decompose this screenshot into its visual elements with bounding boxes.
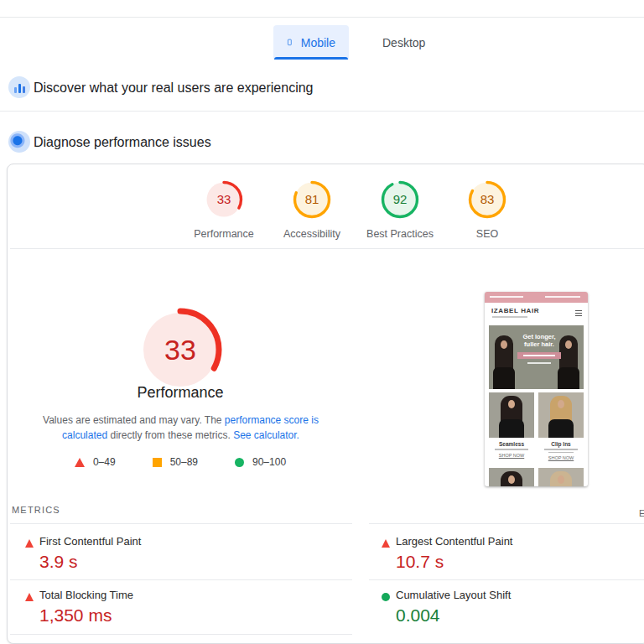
thumb-brand-tagline <box>492 316 527 318</box>
thumb-hero-button <box>517 352 561 359</box>
metric-name: First Contentful Paint <box>39 535 141 548</box>
metric-value: 10.7 s <box>396 552 444 572</box>
thumb-model-left <box>493 335 515 389</box>
thumb-product-grid: Seamless SHOP NOW Clip Ins SHOP NOW <box>489 392 584 460</box>
metric-largest-contentful-paint: Largest Contentful Paint 10.7 s <box>382 535 644 577</box>
performance-big-score: 33 <box>137 306 224 393</box>
legend-fail-range: 0–49 <box>93 456 116 468</box>
legend-item-pass: 90–100 <box>235 456 286 468</box>
thumb-hero-banner: Get longer, fuller hair. <box>489 325 584 389</box>
performance-panel-title: Performance <box>0 384 361 402</box>
gauge-performance-score: 33 <box>204 179 244 220</box>
metric-value: 1,350 ms <box>39 605 112 626</box>
performance-description: Values are estimated and may vary. The p… <box>23 413 338 443</box>
legend-item-fail: 0–49 <box>75 456 116 468</box>
metric-first-contentful-paint: First Contentful Paint 3.9 s <box>25 535 302 577</box>
fail-triangle-icon <box>382 539 390 548</box>
average-square-icon <box>153 458 162 467</box>
metrics-divider <box>369 579 644 580</box>
tab-mobile[interactable]: Mobile <box>273 25 349 60</box>
thumb-hero-line2: fuller hair. <box>516 341 563 349</box>
tab-mobile-label: Mobile <box>301 36 335 49</box>
score-legend: 0–49 50–89 90–100 <box>0 456 361 468</box>
discover-section-title: Discover what your real users are experi… <box>34 80 313 96</box>
diagnose-section-title: Diagnose performance issues <box>34 135 211 150</box>
gauge-seo[interactable]: 83 SEO <box>449 179 525 240</box>
fail-triangle-icon <box>25 539 34 548</box>
fail-triangle-icon <box>75 458 85 467</box>
browser-header-bar <box>0 0 644 18</box>
thumb-product-seamless: Seamless SHOP NOW <box>489 392 534 460</box>
thumb-site-header: IZABEL HAIR <box>485 303 588 325</box>
legend-item-average: 50–89 <box>153 456 198 468</box>
tab-desktop-label: Desktop <box>382 36 425 49</box>
metric-value: 3.9 s <box>39 552 78 572</box>
mobile-phone-icon <box>287 35 293 49</box>
thumb-product2-name: Clip Ins <box>538 441 584 447</box>
metric-name: Largest Contentful Paint <box>396 535 512 548</box>
thumb-announcement-bar <box>485 292 588 303</box>
gauge-accessibility-score: 81 <box>292 179 332 220</box>
thumb-product-clipins: Clip Ins SHOP NOW <box>538 392 584 460</box>
gauge-performance[interactable]: 33 Performance <box>186 179 262 240</box>
metrics-divider <box>369 523 644 524</box>
page-screenshot-thumbnail[interactable]: IZABEL HAIR Get longer, fuller hair. Sea… <box>485 292 588 486</box>
metric-value: 0.004 <box>396 605 440 626</box>
thumb-hero-link <box>527 362 551 364</box>
legend-average-range: 50–89 <box>170 456 198 468</box>
thumb-product2-cta: SHOP NOW <box>538 455 584 460</box>
gauge-accessibility-label: Accessibility <box>274 228 350 240</box>
expand-view-button[interactable]: E <box>639 508 644 518</box>
metric-total-blocking-time: Total Blocking Time 1,350 ms <box>25 589 302 631</box>
desc-text-2: directly from these metrics. <box>107 429 233 441</box>
gauge-best-practices[interactable]: 92 Best Practices <box>362 179 438 240</box>
thumb-product-row2 <box>489 468 584 486</box>
pass-circle-icon <box>382 593 390 601</box>
hamburger-icon <box>575 310 582 317</box>
thumb-brand-logo: IZABEL HAIR <box>491 307 539 314</box>
tab-desktop[interactable]: Desktop <box>361 25 436 60</box>
section-divider <box>0 111 644 112</box>
gauge-performance-label: Performance <box>186 228 262 240</box>
metrics-heading: METRICS <box>12 505 60 515</box>
legend-pass-range: 90–100 <box>252 456 286 468</box>
gauge-best-practices-label: Best Practices <box>362 228 438 240</box>
lab-data-icon <box>8 131 30 153</box>
performance-big-gauge: 33 <box>137 306 224 393</box>
gauge-accessibility[interactable]: 81 Accessibility <box>274 179 350 240</box>
card-divider <box>10 248 644 249</box>
metric-name: Total Blocking Time <box>39 589 133 601</box>
thumb-product1-name: Seamless <box>489 441 534 447</box>
desc-text-1: Values are estimated and may vary. The <box>43 414 225 426</box>
metric-cumulative-layout-shift: Cumulative Layout Shift 0.004 <box>382 589 644 631</box>
metrics-divider <box>10 579 352 580</box>
see-calculator-link[interactable]: See calculator. <box>233 429 299 441</box>
gauge-best-practices-score: 92 <box>380 179 420 220</box>
tab-active-underline <box>274 57 348 60</box>
field-data-icon <box>8 76 30 98</box>
metric-name: Cumulative Layout Shift <box>396 589 511 601</box>
metrics-divider <box>10 523 352 524</box>
gauge-seo-score: 83 <box>467 179 507 220</box>
thumb-product1-cta: SHOP NOW <box>489 453 534 458</box>
metrics-divider <box>10 634 352 635</box>
gauge-seo-label: SEO <box>449 228 525 240</box>
pass-circle-icon <box>235 458 244 467</box>
fail-triangle-icon <box>25 593 34 601</box>
